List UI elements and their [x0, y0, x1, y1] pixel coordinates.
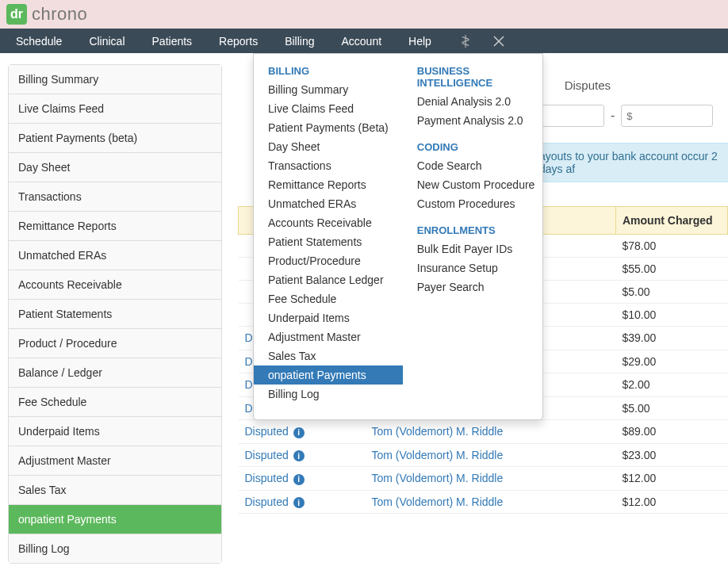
amount-cell: $2.00: [616, 373, 728, 397]
sidebar-item[interactable]: Underpaid Items: [9, 417, 221, 446]
info-icon[interactable]: i: [293, 497, 305, 508]
amount-cell: $5.00: [616, 281, 728, 304]
table-row: Disputed iTom (Voldemort) M. Riddle$12.0…: [239, 467, 728, 491]
status-link[interactable]: Disputed: [245, 449, 292, 461]
tab-disputes[interactable]: Disputes: [565, 78, 611, 92]
sidebar-item[interactable]: Sales Tax: [9, 476, 221, 505]
menu-item[interactable]: Remittance Reports: [254, 175, 403, 194]
menu-item[interactable]: Accounts Receivable: [254, 213, 403, 232]
amount-cell: $89.00: [616, 420, 728, 444]
th-amount: Amount Charged: [616, 207, 728, 235]
sidebar-item[interactable]: Patient Payments (beta): [9, 124, 221, 153]
menu-item[interactable]: Adjustment Master: [254, 327, 403, 346]
sidebar-item[interactable]: Live Claims Feed: [9, 94, 221, 124]
sidebar-item[interactable]: Transactions: [9, 182, 221, 212]
patient-link[interactable]: Tom (Voldemort) M. Riddle: [372, 496, 504, 508]
logo-text: chrono: [32, 4, 87, 25]
sidebar-item[interactable]: Remittance Reports: [9, 212, 221, 241]
caduceus-icon[interactable]: [458, 34, 473, 48]
amount-cell: $10.00: [616, 304, 728, 327]
patient-link[interactable]: Tom (Voldemort) M. Riddle: [372, 449, 504, 461]
sidebar-item[interactable]: Accounts Receivable: [9, 270, 221, 300]
menu-item[interactable]: Patient Balance Ledger: [254, 270, 403, 289]
logo-icon: dr: [6, 4, 27, 25]
menu-item[interactable]: Fee Schedule: [254, 289, 403, 308]
nav-reports[interactable]: Reports: [219, 35, 258, 48]
range-separator: -: [611, 109, 615, 123]
nav-account[interactable]: Account: [342, 35, 382, 48]
info-icon[interactable]: i: [293, 427, 305, 438]
status-link[interactable]: Disputed: [245, 496, 292, 508]
sidebar-item[interactable]: Billing Summary: [9, 65, 221, 94]
sidebar-item[interactable]: Adjustment Master: [9, 446, 221, 476]
menu-item[interactable]: Billing Summary: [254, 80, 403, 99]
menu-item[interactable]: Payment Analysis 2.0: [403, 111, 550, 130]
table-row: Disputed iTom (Voldemort) M. Riddle$89.0…: [239, 420, 728, 444]
amount-cell: $12.00: [616, 490, 728, 514]
menu-item[interactable]: Billing Log: [254, 385, 403, 404]
menu-item[interactable]: Sales Tax: [254, 346, 403, 365]
amount-max-input[interactable]: [621, 105, 713, 127]
table-row: Disputed iTom (Voldemort) M. Riddle$23.0…: [239, 443, 728, 467]
patient-link[interactable]: Tom (Voldemort) M. Riddle: [372, 472, 504, 484]
main-nav: Schedule Clinical Patients Reports Billi…: [0, 29, 728, 53]
info-icon[interactable]: i: [293, 474, 305, 485]
menu-header-enroll: ENROLLMENTS: [403, 221, 550, 239]
menu-header-billing: BILLING: [254, 62, 403, 80]
menu-item[interactable]: Underpaid Items: [254, 308, 403, 327]
menu-item[interactable]: Patient Payments (Beta): [254, 118, 403, 137]
menu-item[interactable]: Custom Procedures: [403, 194, 550, 213]
menu-item[interactable]: Insurance Setup: [403, 258, 550, 277]
sidebar-item[interactable]: Balance / Ledger: [9, 358, 221, 388]
status-link[interactable]: Disputed: [245, 425, 292, 438]
sidebar-item[interactable]: onpatient Payments: [9, 505, 221, 534]
nav-clinical[interactable]: Clinical: [89, 35, 125, 48]
amount-cell: $12.00: [616, 467, 728, 491]
menu-item[interactable]: Patient Statements: [254, 232, 403, 251]
info-icon[interactable]: i: [293, 450, 305, 461]
amount-cell: $5.00: [616, 396, 728, 420]
amount-cell: $39.00: [616, 327, 728, 350]
sidebar-item[interactable]: Unmatched ERAs: [9, 241, 221, 270]
table-row: Disputed iTom (Voldemort) M. Riddle$12.0…: [239, 490, 728, 514]
nav-schedule[interactable]: Schedule: [16, 35, 62, 48]
status-link[interactable]: Disputed: [245, 472, 292, 484]
amount-cell: $78.00: [616, 235, 728, 258]
menu-item[interactable]: Code Search: [403, 156, 550, 175]
sidebar-item[interactable]: Product / Procedure: [9, 329, 221, 358]
menu-item[interactable]: onpatient Payments: [254, 365, 403, 385]
menu-item[interactable]: Transactions: [254, 156, 403, 175]
menu-item[interactable]: New Custom Procedure: [403, 175, 550, 194]
patient-link[interactable]: Tom (Voldemort) M. Riddle: [372, 425, 504, 438]
menu-header-coding: CODING: [403, 138, 550, 156]
menu-item[interactable]: Payer Search: [403, 277, 550, 297]
menu-item[interactable]: Day Sheet: [254, 137, 403, 156]
menu-item[interactable]: Unmatched ERAs: [254, 194, 403, 213]
menu-item[interactable]: Denial Analysis 2.0: [403, 92, 550, 111]
billing-dropdown: BILLING Billing SummaryLive Claims FeedP…: [253, 53, 543, 420]
nav-help[interactable]: Help: [408, 35, 431, 48]
menu-item[interactable]: Bulk Edit Payer IDs: [403, 239, 550, 258]
menu-header-bi: BUSINESS INTELLIGENCE: [403, 62, 550, 92]
sidebar-item[interactable]: Patient Statements: [9, 300, 221, 329]
sidebar: Billing SummaryLive Claims FeedPatient P…: [8, 64, 222, 564]
menu-item[interactable]: Live Claims Feed: [254, 99, 403, 118]
sidebar-item[interactable]: Day Sheet: [9, 153, 221, 182]
amount-cell: $55.00: [616, 258, 728, 281]
sidebar-item[interactable]: Billing Log: [9, 534, 221, 563]
nav-patients[interactable]: Patients: [152, 35, 193, 48]
amount-cell: $29.00: [616, 350, 728, 373]
amount-cell: $23.00: [616, 443, 728, 467]
tools-icon[interactable]: [492, 34, 506, 48]
sidebar-item[interactable]: Fee Schedule: [9, 388, 221, 417]
nav-billing[interactable]: Billing: [285, 35, 314, 48]
menu-item[interactable]: Product/Procedure: [254, 251, 403, 270]
top-bar: dr chrono: [0, 0, 728, 29]
info-banner: ayouts to your bank account occur 2 days…: [531, 143, 728, 182]
